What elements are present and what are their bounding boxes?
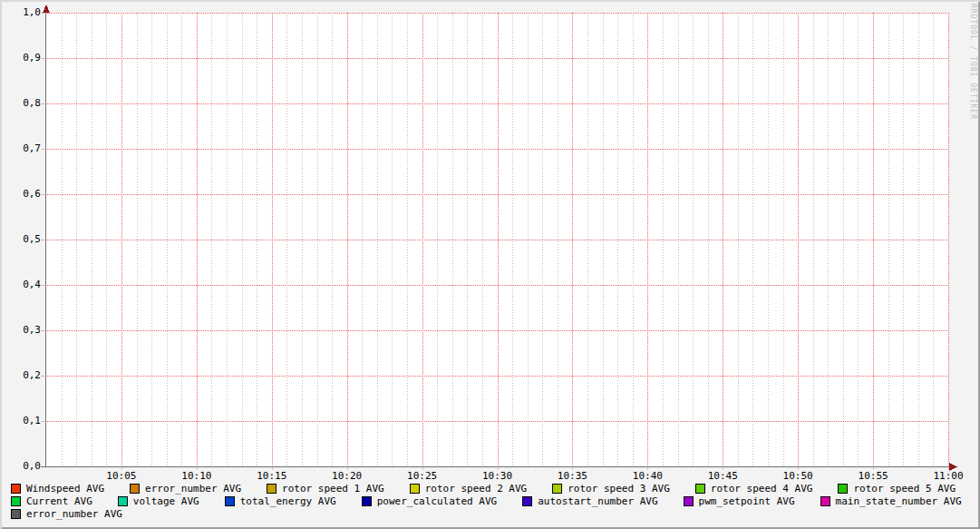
legend-swatch xyxy=(838,484,848,494)
legend-item: rotor speed 4 AVG xyxy=(695,483,813,495)
x-tick-label: 10:20 xyxy=(332,470,362,482)
legend-item: Current AVG xyxy=(11,495,92,507)
y-tick-label: 1,0 xyxy=(10,6,41,19)
legend-row: error_number AVG xyxy=(11,507,978,520)
x-tick-label: 10:10 xyxy=(181,470,211,482)
legend-item: total_energy AVG xyxy=(225,495,336,507)
x-tick-label: 11:00 xyxy=(933,470,963,482)
legend-item: rotor speed 2 AVG xyxy=(410,483,528,495)
legend-label: error_number AVG xyxy=(26,508,122,520)
legend-swatch xyxy=(130,484,140,494)
x-tick-label: 10:35 xyxy=(558,470,587,482)
legend-swatch xyxy=(820,496,830,506)
legend-item: rotor speed 5 AVG xyxy=(838,483,956,495)
y-tick-label: 0,1 xyxy=(10,415,41,427)
legend-swatch xyxy=(522,496,532,506)
x-tick-label: 10:15 xyxy=(257,470,286,482)
y-tick-label: 0,0 xyxy=(10,460,41,473)
legend-label: rotor speed 2 AVG xyxy=(425,483,528,495)
legend-swatch xyxy=(11,509,21,519)
legend-item: error_number AVG xyxy=(11,508,122,520)
legend-label: power_calculated AVG xyxy=(377,495,497,507)
legend-item: rotor speed 3 AVG xyxy=(552,483,670,495)
legend-swatch xyxy=(11,496,21,506)
legend-label: pwm_setpoint AVG xyxy=(699,495,795,507)
x-tick-label: 10:45 xyxy=(708,470,738,482)
legend-label: rotor speed 4 AVG xyxy=(711,483,813,495)
legend-item: main_state_number AVG xyxy=(820,495,962,507)
legend-label: Windspeed AVG xyxy=(26,483,104,495)
y-tick-label: 0,6 xyxy=(10,188,41,201)
legend-swatch xyxy=(118,496,128,506)
legend-label: rotor speed 1 AVG xyxy=(282,483,384,495)
legend-swatch xyxy=(695,484,705,494)
y-axis-arrow-icon xyxy=(43,5,50,13)
legend-label: total_energy AVG xyxy=(240,495,336,507)
y-tick-label: 0,8 xyxy=(10,97,41,110)
legend-swatch xyxy=(267,484,277,494)
y-tick-label: 0,2 xyxy=(10,369,41,382)
legend-item: autostart_number AVG xyxy=(522,495,657,507)
x-tick-label: 10:55 xyxy=(859,470,888,482)
y-tick-label: 0,4 xyxy=(10,279,41,291)
x-tick-label: 10:50 xyxy=(783,470,813,482)
legend-swatch xyxy=(552,484,562,494)
legend-swatch xyxy=(362,496,372,506)
legend-label: error_number AVG xyxy=(145,483,241,495)
legend-swatch xyxy=(410,484,420,494)
legend-item: Windspeed AVG xyxy=(11,483,104,495)
legend-label: rotor speed 3 AVG xyxy=(568,483,670,495)
legend-label: autostart_number AVG xyxy=(538,495,657,507)
grid-svg xyxy=(0,0,980,529)
legend-swatch xyxy=(11,484,21,494)
legend-row: Windspeed AVGerror_number AVGrotor speed… xyxy=(11,482,978,495)
legend-swatch xyxy=(225,496,235,506)
legend-label: rotor speed 5 AVG xyxy=(853,483,956,495)
legend-swatch xyxy=(684,496,694,506)
x-tick-label: 10:25 xyxy=(407,470,437,482)
legend-label: voltage AVG xyxy=(133,495,199,507)
y-tick-label: 0,3 xyxy=(10,324,41,337)
legend-item: error_number AVG xyxy=(130,483,241,495)
rrdtool-graph: 0,00,10,20,30,40,50,60,70,80,91,0 10:051… xyxy=(0,0,980,529)
legend-item: power_calculated AVG xyxy=(362,495,497,507)
y-tick-label: 0,7 xyxy=(10,142,41,155)
legend-row: Current AVGvoltage AVGtotal_energy AVGpo… xyxy=(11,495,978,507)
x-tick-label: 10:40 xyxy=(633,470,663,482)
x-tick-label: 10:05 xyxy=(106,470,136,482)
watermark: RRDTOOL / TOBI OETIKER xyxy=(969,4,977,120)
y-tick-label: 0,9 xyxy=(10,52,41,64)
legend-item: voltage AVG xyxy=(118,495,199,507)
legend-label: main_state_number AVG xyxy=(836,495,962,507)
x-tick-label: 10:30 xyxy=(482,470,512,482)
legend-label: Current AVG xyxy=(26,495,92,507)
y-tick-label: 0,5 xyxy=(10,233,41,246)
legend-item: pwm_setpoint AVG xyxy=(684,495,795,507)
legend: Windspeed AVGerror_number AVGrotor speed… xyxy=(11,482,978,520)
legend-item: rotor speed 1 AVG xyxy=(267,483,384,495)
